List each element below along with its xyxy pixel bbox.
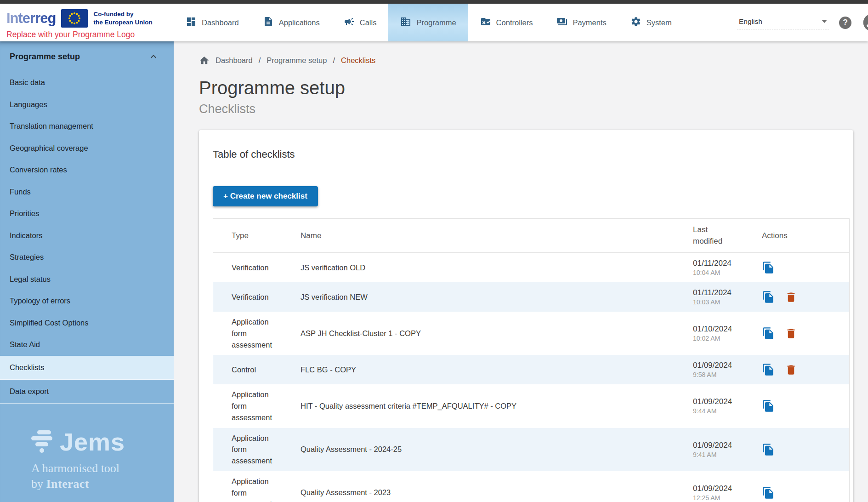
cell-actions [762, 327, 840, 340]
sidebar: Programme setup Basic dataLanguagesTrans… [0, 41, 174, 502]
sidebar-item-basic-data[interactable]: Basic data [0, 72, 174, 94]
cell-actions [762, 261, 840, 274]
system-icon [630, 16, 641, 29]
nav-item-dashboard[interactable]: Dashboard [174, 4, 251, 41]
jems-footer-logo: Jems A harmonised tool by Interact [31, 429, 174, 491]
sidebar-list: Basic dataLanguagesTranslation managemen… [0, 72, 174, 404]
jems-byline: by Interact [31, 477, 174, 491]
cell-type: Application form assessment [232, 433, 301, 467]
cell-actions [762, 291, 840, 303]
sidebar-item-funds[interactable]: Funds [0, 181, 174, 203]
column-last-modified: Last modified [693, 224, 762, 247]
header-right: English ? [737, 4, 868, 41]
sidebar-item-languages[interactable]: Languages [0, 94, 174, 116]
nav-item-payments[interactable]: Payments [545, 4, 618, 41]
checklists-table: Type Name Last modified Actions Verifica… [213, 218, 850, 502]
column-actions: Actions [762, 231, 840, 240]
delete-icon[interactable] [785, 291, 797, 303]
cell-type: Application form assessment [232, 476, 301, 502]
cell-actions [762, 486, 840, 499]
window-top-strip [0, 0, 868, 4]
programme-icon [400, 16, 411, 29]
copy-icon[interactable] [762, 399, 775, 412]
delete-icon[interactable] [785, 327, 797, 340]
dashboard-icon [186, 16, 197, 29]
calls-icon [344, 16, 355, 29]
home-icon[interactable] [199, 55, 210, 66]
brand-block: Interreg Co-funded by the European [0, 4, 174, 41]
breadcrumb: Dashboard / Programme setup / Checklists [199, 55, 868, 66]
sidebar-item-indicators[interactable]: Indicators [0, 225, 174, 247]
breadcrumb-programme-setup[interactable]: Programme setup [267, 56, 327, 65]
cell-name: Quality Assessment - 2024-25 [301, 445, 693, 454]
table-row[interactable]: Application form assessment Quality Asse… [213, 428, 849, 471]
cell-last-modified: 01/09/2024 9:44 AM [693, 397, 762, 415]
sidebar-item-conversion-rates[interactable]: Conversion rates [0, 159, 174, 181]
sidebar-item-geographical-coverage[interactable]: Geographical coverage [0, 137, 174, 160]
table-row[interactable]: Verification JS verification NEW 01/11/2… [213, 282, 849, 312]
eu-cofunded-text: Co-funded by the European Union [93, 10, 152, 26]
sidebar-item-strategies[interactable]: Strategies [0, 246, 174, 268]
cell-actions [762, 443, 840, 456]
cell-actions [762, 363, 840, 376]
cell-name: JS verification NEW [301, 293, 693, 302]
payments-icon [556, 16, 567, 29]
table-row[interactable]: Application form assessment Quality Asse… [213, 471, 849, 502]
copy-icon[interactable] [762, 486, 775, 499]
card-heading: Table of checklists [213, 148, 850, 160]
copy-icon[interactable] [762, 261, 775, 274]
cell-last-modified: 01/10/2024 10:02 AM [693, 325, 762, 342]
user-avatar-icon[interactable] [862, 12, 868, 33]
cell-type: Verification [232, 291, 301, 303]
nav-item-programme[interactable]: Programme [388, 4, 468, 41]
help-icon[interactable]: ? [839, 17, 851, 29]
cell-name: HIT - Quality assessment criteria #TEMP_… [301, 402, 693, 411]
copy-icon[interactable] [762, 291, 775, 303]
cell-last-modified: 01/09/2024 9:41 AM [693, 441, 762, 458]
programme-logo-placeholder: Replace with your Programme Logo [6, 30, 174, 40]
jems-logo-icon [31, 430, 52, 453]
language-selected: English [739, 17, 762, 26]
sidebar-item-data-export[interactable]: Data export [0, 380, 174, 404]
language-select[interactable]: English [737, 16, 829, 29]
table-row[interactable]: Verification JS verification OLD 01/11/2… [213, 253, 849, 282]
nav-item-controllers[interactable]: Controllers [468, 4, 545, 41]
copy-icon[interactable] [762, 443, 775, 456]
sidebar-item-legal-status[interactable]: Legal status [0, 268, 174, 291]
page-subtitle: Checklists [199, 102, 868, 116]
sidebar-item-simplified-cost-options[interactable]: Simplified Cost Options [0, 312, 174, 334]
table-row[interactable]: Control FLC BG - COPY 01/09/2024 9:58 AM [213, 355, 849, 384]
sidebar-item-state-aid[interactable]: State Aid [0, 334, 174, 356]
controllers-icon [480, 16, 491, 29]
nav-item-calls[interactable]: Calls [332, 4, 389, 41]
table-row[interactable]: Application form assessment ASP JH Check… [213, 312, 849, 355]
sidebar-section-programme-setup[interactable]: Programme setup [0, 41, 174, 72]
sidebar-item-priorities[interactable]: Priorities [0, 203, 174, 225]
breadcrumb-dashboard[interactable]: Dashboard [216, 56, 253, 65]
copy-icon[interactable] [762, 327, 775, 340]
cell-last-modified: 01/09/2024 12:25 AM [693, 484, 762, 502]
sidebar-item-typology-of-errors[interactable]: Typology of errors [0, 290, 174, 312]
table-row[interactable]: Application form assessment HIT - Qualit… [213, 384, 849, 428]
nav-item-applications[interactable]: Applications [251, 4, 332, 41]
chevron-down-icon [822, 20, 827, 23]
cell-last-modified: 01/09/2024 9:58 AM [693, 361, 762, 378]
nav-item-system[interactable]: System [618, 4, 684, 41]
jems-tagline: A harmonised tool [31, 462, 174, 475]
eu-flag-icon [61, 9, 88, 28]
delete-icon[interactable] [785, 364, 797, 376]
copy-icon[interactable] [762, 363, 775, 376]
sidebar-item-translation-management[interactable]: Translation management [0, 115, 174, 137]
cell-type: Application form assessment [232, 316, 301, 350]
cell-name: ASP JH Checklist-Cluster 1 - COPY [301, 329, 693, 338]
table-body: Verification JS verification OLD 01/11/2… [213, 253, 849, 502]
create-new-checklist-button[interactable]: + Create new checklist [213, 186, 318, 206]
sidebar-item-checklists[interactable]: Checklists [0, 356, 174, 380]
page-title: Programme setup [199, 78, 868, 98]
cell-type: Application form assessment [232, 389, 301, 423]
cell-last-modified: 01/11/2024 10:03 AM [693, 288, 762, 306]
column-type: Type [232, 231, 301, 240]
cell-name: FLC BG - COPY [301, 365, 693, 374]
jems-wordmark: Jems [60, 429, 125, 454]
cell-name: JS verification OLD [301, 263, 693, 272]
